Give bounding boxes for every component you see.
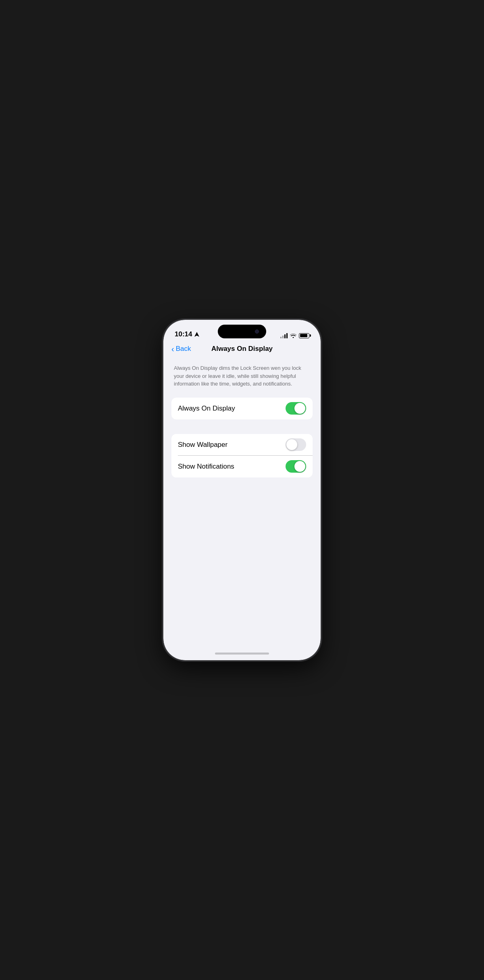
- back-chevron-icon: ‹: [171, 345, 174, 353]
- battery-fill: [300, 334, 308, 337]
- content-area: Always On Display dims the Lock Screen w…: [163, 358, 321, 646]
- aod-toggle[interactable]: [286, 402, 306, 415]
- signal-bars-icon: [280, 333, 288, 338]
- screen: 10:14: [163, 320, 321, 660]
- back-button[interactable]: ‹ Back: [171, 345, 191, 353]
- phone-frame: 10:14: [163, 320, 321, 660]
- back-label: Back: [176, 345, 191, 353]
- location-icon: [194, 332, 199, 337]
- status-icons: [280, 333, 309, 338]
- toggle-thumb: [294, 403, 305, 414]
- toggle-thumb: [286, 439, 297, 450]
- camera-dot: [255, 329, 259, 334]
- settings-group-aod: Always On Display: [171, 398, 313, 419]
- wallpaper-toggle-row[interactable]: Show Wallpaper: [171, 434, 313, 456]
- dynamic-island: [218, 325, 266, 338]
- notifications-toggle-row[interactable]: Show Notifications: [171, 456, 313, 477]
- status-time: 10:14: [175, 330, 199, 338]
- toggle-thumb: [294, 461, 305, 472]
- home-indicator: [163, 646, 321, 660]
- wifi-icon: [290, 333, 296, 338]
- wallpaper-label: Show Wallpaper: [178, 441, 286, 449]
- home-bar: [215, 653, 269, 655]
- wallpaper-toggle[interactable]: [286, 438, 306, 451]
- battery-icon: [299, 333, 309, 338]
- aod-toggle-row[interactable]: Always On Display: [171, 398, 313, 419]
- description-text: Always On Display dims the Lock Screen w…: [171, 358, 313, 398]
- notifications-label: Show Notifications: [178, 463, 286, 471]
- notifications-toggle[interactable]: [286, 460, 306, 473]
- aod-label: Always On Display: [178, 405, 286, 413]
- nav-bar: ‹ Back Always On Display: [163, 342, 321, 358]
- settings-group-display: Show Wallpaper Show Notifications: [171, 434, 313, 477]
- page-title: Always On Display: [211, 345, 273, 353]
